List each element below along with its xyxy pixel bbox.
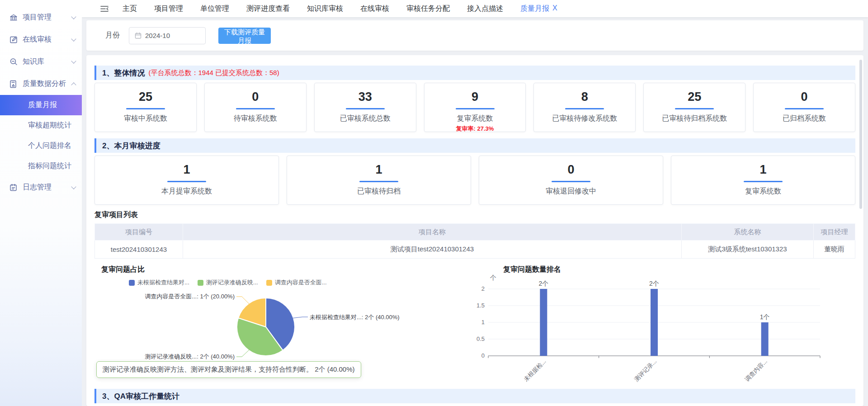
legend-swatch xyxy=(129,280,135,286)
y-tick-label: 0.5 xyxy=(476,335,485,342)
tab-label: 测评进度查看 xyxy=(246,4,290,14)
pie-label: 调查内容是否全面...: 1个 (20.00%) xyxy=(145,293,235,300)
tab-unit-management[interactable]: 单位管理 xyxy=(200,4,229,14)
bar-chart-title: 复审问题数量排名 xyxy=(503,265,855,274)
table-header: 项目经理 xyxy=(814,224,855,241)
legend-swatch xyxy=(266,280,272,286)
sidebar-item-review-overdue-stats[interactable]: 审核超期统计 xyxy=(0,115,82,136)
sidebar-item-quality-data-analysis[interactable]: 质量数据分析 xyxy=(0,73,82,95)
table-cell: 董晓雨 xyxy=(814,241,855,259)
overall-stat-card-5: 25已审核待归档系统数 xyxy=(643,83,745,132)
section-header-overall: 1、整体情况 (平台系统总数：1944 已提交系统总数：58) xyxy=(94,66,855,80)
x-category-label: 调查内容... xyxy=(744,358,769,383)
log-icon xyxy=(9,183,18,192)
review-table-title: 复审项目列表 xyxy=(94,210,855,220)
pie-label: 测评记录准确反映...: 2个 (40.00%) xyxy=(145,353,235,360)
overall-stats-row: 25审核中系统数0待审核系统数33已审核系统总数9复审系统数复审率: 27.3%… xyxy=(94,83,855,132)
sidebar: 项目管理在线审核知识库质量数据分析质量月报审核超期统计个人问题排名指标问题统计日… xyxy=(0,0,82,406)
tab-progress-view[interactable]: 测评进度查看 xyxy=(246,4,290,14)
overall-stat-card-3: 9复审系统数复审率: 27.3% xyxy=(424,83,526,132)
overall-stat-card-1: 0待审核系统数 xyxy=(204,83,307,132)
close-icon[interactable]: X xyxy=(552,4,557,14)
overall-stat-card-6: 0已归档系统数 xyxy=(753,83,855,132)
month-stat-card-2: 0审核退回修改中 xyxy=(479,156,663,205)
x-category-label: 未根据检... xyxy=(522,358,547,383)
tab-project-management[interactable]: 项目管理 xyxy=(154,4,183,14)
tab-label: 审核任务分配 xyxy=(406,4,450,14)
scrollbar[interactable] xyxy=(859,60,862,209)
sidebar-item-knowledge-base[interactable]: 知识库 xyxy=(0,51,82,73)
y-tick-label: 1 xyxy=(481,319,485,326)
table-cell: test202410301243 xyxy=(95,241,183,259)
bar-0[interactable] xyxy=(540,289,547,356)
table-header: 项目名称 xyxy=(183,224,682,241)
chevron-down-icon xyxy=(71,14,76,19)
section-title: 1、整体情况 xyxy=(102,68,145,78)
app: 项目管理在线审核知识库质量数据分析质量月报审核超期统计个人问题排名指标问题统计日… xyxy=(0,0,868,406)
y-tick-label: 0 xyxy=(481,352,485,359)
month-stat-card-0: 1本月提审系统数 xyxy=(94,156,279,205)
sidebar-item-online-review[interactable]: 在线审核 xyxy=(0,28,82,51)
chevron-down-icon xyxy=(71,184,76,189)
review-project-table: 项目编号项目名称系统名称项目经理test202410301243测试项目test… xyxy=(94,223,855,259)
tab-quality-monthly[interactable]: 质量月报X xyxy=(520,4,557,14)
tab-label: 主页 xyxy=(123,4,137,14)
filter-card: 月份 2024-10 下载测评质量月报 xyxy=(86,20,863,51)
download-report-button[interactable]: 下载测评质量月报 xyxy=(218,28,271,44)
main-content: 1、整体情况 (平台系统总数：1944 已提交系统总数：58) 25审核中系统数… xyxy=(86,55,863,406)
bar-chart: 00.511.52个2个未根据检...2个测评记录...1个调查内容... xyxy=(470,265,854,386)
bar-value-label: 2个 xyxy=(649,280,659,287)
bank-icon xyxy=(9,13,18,22)
tab-label: 在线审核 xyxy=(360,4,389,14)
month-label: 月份 xyxy=(105,31,120,40)
tab-knowledge-review[interactable]: 知识库审核 xyxy=(307,4,343,14)
collapse-menu-icon[interactable] xyxy=(100,5,109,13)
tab-label: 质量月报 xyxy=(520,4,549,14)
section-title: 3、QA审核工作量统计 xyxy=(102,391,179,401)
month-value: 2024-10 xyxy=(145,32,170,39)
month-stat-card-1: 1已审核待归档 xyxy=(287,156,471,205)
sidebar-item-log-management[interactable]: 日志管理 xyxy=(0,176,82,198)
sidebar-item-quality-monthly-report[interactable]: 质量月报 xyxy=(0,95,82,115)
month-stat-card-3: 1复审系统数 xyxy=(671,156,855,205)
tab-access-point[interactable]: 接入点描述 xyxy=(467,4,503,14)
sidebar-item-personal-issue-ranking[interactable]: 个人问题排名 xyxy=(0,136,82,156)
legend-item-1[interactable]: 测评记录准确反映... xyxy=(198,279,258,287)
y-axis-name: 个 xyxy=(490,274,496,281)
sidebar-item-indicator-issue-stats[interactable]: 指标问题统计 xyxy=(0,156,82,176)
legend-label: 测评记录准确反映... xyxy=(206,279,258,287)
y-tick-label: 1.5 xyxy=(476,302,485,309)
legend-item-0[interactable]: 未根据检查结果对... xyxy=(129,279,189,287)
sidebar-item-project-management[interactable]: 项目管理 xyxy=(0,6,82,28)
pie-label-line xyxy=(293,317,308,318)
tab-label: 项目管理 xyxy=(154,4,183,14)
tab-task-assignment[interactable]: 审核任务分配 xyxy=(406,4,450,14)
tab-bar: 主页项目管理单位管理测评进度查看知识库审核在线审核审核任务分配接入点描述质量月报… xyxy=(123,4,557,14)
section-header-month-progress: 2、本月审核进度 xyxy=(94,138,855,153)
data-analysis-icon xyxy=(9,80,18,89)
legend-label: 未根据检查结果对... xyxy=(137,279,189,287)
bar-1[interactable] xyxy=(651,289,658,356)
table-row: test202410301243测试项目test202410301243测试3级… xyxy=(95,241,855,259)
section-subtitle: (平台系统总数：1944 已提交系统总数：58) xyxy=(148,69,279,77)
bar-value-label: 2个 xyxy=(538,280,548,287)
chart-tooltip: 测评记录准确反映测评方法、测评对象及测评结果，支持符合性判断。 2个 (40.0… xyxy=(96,361,361,378)
charts-row: 复审问题占比 未根据检查结果对...测评记录准确反映...调查内容是否全面...… xyxy=(94,265,855,386)
legend-item-2[interactable]: 调查内容是否全面... xyxy=(266,279,327,287)
month-input[interactable]: 2024-10 xyxy=(129,27,206,44)
section-header-qa-workload: 3、QA审核工作量统计 xyxy=(94,389,855,403)
tab-home[interactable]: 主页 xyxy=(123,4,137,14)
chevron-down-icon xyxy=(71,36,76,41)
sidebar-menu: 项目管理在线审核知识库质量数据分析质量月报审核超期统计个人问题排名指标问题统计日… xyxy=(0,0,82,198)
table-header: 系统名称 xyxy=(682,224,814,241)
search-icon xyxy=(9,57,18,66)
tab-label: 接入点描述 xyxy=(467,4,503,14)
bar-2[interactable] xyxy=(761,322,769,356)
tab-online-review[interactable]: 在线审核 xyxy=(360,4,389,14)
pie-label-line xyxy=(236,297,249,304)
section-title: 2、本月审核进度 xyxy=(102,141,160,151)
overall-stat-card-0: 25审核中系统数 xyxy=(94,83,197,132)
chevron-down-icon xyxy=(71,58,76,63)
y-tick-label: 2 xyxy=(481,285,485,292)
topbar: 主页项目管理单位管理测评进度查看知识库审核在线审核审核任务分配接入点描述质量月报… xyxy=(82,0,868,17)
